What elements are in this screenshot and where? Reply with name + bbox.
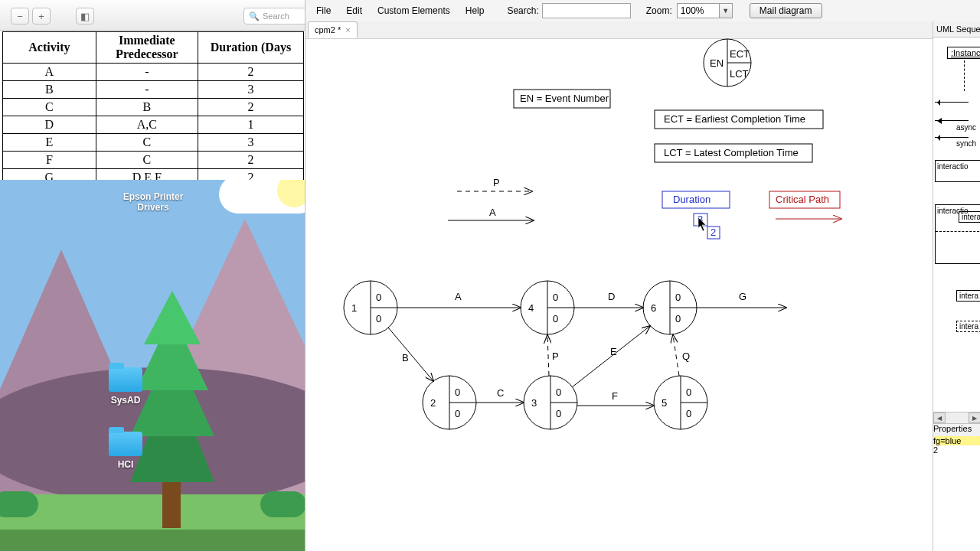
tab-cpm2[interactable]: cpm2 * × xyxy=(308,21,358,38)
zoom-combo[interactable]: ▼ xyxy=(677,3,733,18)
finder-search-input[interactable]: 🔍Search xyxy=(243,8,309,24)
palette-instance[interactable]: :Instanc xyxy=(947,47,980,59)
folder-icon xyxy=(109,367,142,392)
table-row: A-2 xyxy=(3,64,304,81)
folder-label: HCI xyxy=(109,459,142,470)
diagram-app: File Edit Custom Elements Help Search: Z… xyxy=(305,0,980,551)
event-node-3[interactable]: 300 xyxy=(524,376,577,429)
activity-table: Activity Immediate Predecessor Duration … xyxy=(2,31,304,187)
search-label: Search: xyxy=(507,5,538,16)
svg-text:0: 0 xyxy=(675,313,681,324)
palette-synch-arrow[interactable] xyxy=(935,137,969,138)
menu-file[interactable]: File xyxy=(309,2,338,19)
desktop-item-printer[interactable]: Epson PrinterDrivers xyxy=(84,191,222,213)
palette-async-arrow[interactable] xyxy=(935,120,969,121)
close-icon[interactable]: × xyxy=(345,25,350,34)
table-row: DA,C1 xyxy=(3,116,304,134)
mail-diagram-button[interactable]: Mail diagram xyxy=(750,3,822,18)
zoom-in-button[interactable]: + xyxy=(32,8,51,24)
arc-label-B: B xyxy=(402,352,409,364)
svg-text:Critical Path: Critical Path xyxy=(776,194,829,205)
zoom-out-button[interactable]: − xyxy=(11,8,29,24)
menu-help[interactable]: Help xyxy=(458,2,492,19)
svg-text:Duration: Duration xyxy=(673,194,710,205)
svg-text:0: 0 xyxy=(675,292,681,303)
folder-icon xyxy=(109,432,142,456)
svg-text:0: 0 xyxy=(376,313,381,324)
svg-text:0: 0 xyxy=(686,386,691,398)
svg-text:0: 0 xyxy=(686,408,691,419)
menubar: File Edit Custom Elements Help Search: Z… xyxy=(305,0,980,22)
event-node-4[interactable]: 400 xyxy=(521,281,574,334)
svg-text:1: 1 xyxy=(351,302,357,314)
svg-text:0: 0 xyxy=(455,408,460,419)
event-node-5[interactable]: 500 xyxy=(654,376,707,429)
properties-line-2: 2 xyxy=(933,445,938,455)
svg-text:EN: EN xyxy=(710,57,724,69)
arc-P[interactable] xyxy=(547,335,549,376)
tab-label: cpm2 * xyxy=(315,25,341,34)
svg-text:4: 4 xyxy=(528,302,534,314)
legend-activity-label: A xyxy=(489,207,496,218)
legend-en-box: EN = Event Number xyxy=(514,90,610,108)
duration-sample-selected[interactable]: 3 2 xyxy=(694,214,720,239)
diagram-canvas[interactable]: EN ECT LCT EN = Event Number ECT = Earli… xyxy=(305,38,933,551)
arc-label-F: F xyxy=(612,390,618,402)
scroll-left-icon[interactable]: ◀ xyxy=(933,412,946,423)
palette-inner-solid[interactable]: intera xyxy=(956,290,980,302)
svg-text:LCT: LCT xyxy=(730,68,749,80)
event-node-2[interactable]: 200 xyxy=(423,376,476,429)
properties-line-1: fg=blue xyxy=(933,436,980,445)
palette-header[interactable]: UML Seque xyxy=(933,21,980,37)
svg-text:0: 0 xyxy=(553,313,558,324)
legend-duration-box: Duration xyxy=(662,191,730,208)
svg-text:0: 0 xyxy=(553,292,558,303)
folder-label: SysAD xyxy=(109,395,142,406)
legend-ect-box: ECT = Earliest Completion Time xyxy=(655,110,823,129)
svg-text:0: 0 xyxy=(556,408,561,419)
arc-label-C: C xyxy=(497,387,504,399)
palette-scrollbar[interactable]: ◀ ▶ xyxy=(933,412,980,424)
arc-B[interactable] xyxy=(388,328,433,381)
svg-text:LCT = Latest Completion Time: LCT = Latest Completion Time xyxy=(664,147,799,158)
view-mode-button[interactable]: ◧ xyxy=(76,8,94,24)
finder-toolbar: − + ◧ 🔍Search xyxy=(0,0,305,31)
arc-label-D: D xyxy=(608,291,615,302)
arc-label-A: A xyxy=(455,291,462,302)
svg-text:2: 2 xyxy=(710,227,716,238)
table-header-duration: Duration (Days xyxy=(198,32,303,64)
desktop-wallpaper xyxy=(0,180,306,551)
table-header-predecessor: Immediate Predecessor xyxy=(96,32,198,64)
menu-edit[interactable]: Edit xyxy=(338,2,370,19)
palette-interaction-split[interactable]: interactio intera xyxy=(935,204,980,264)
desktop-folder-sysad[interactable]: SysAD xyxy=(109,367,142,395)
menu-custom-elements[interactable]: Custom Elements xyxy=(370,2,458,19)
svg-text:0: 0 xyxy=(455,386,460,398)
palette-interaction-frame[interactable]: interactio xyxy=(935,160,980,182)
properties-header: Properties xyxy=(933,423,980,437)
event-node-1[interactable]: 100 xyxy=(344,281,397,334)
svg-text:EN = Event Number: EN = Event Number xyxy=(520,93,609,104)
tabstrip: cpm2 * × xyxy=(305,21,980,39)
scroll-right-icon[interactable]: ▶ xyxy=(969,412,980,423)
svg-text:0: 0 xyxy=(376,292,381,303)
svg-text:5: 5 xyxy=(662,397,667,409)
properties-editor[interactable]: fg=blue 2 xyxy=(933,436,980,551)
event-node-6[interactable]: 600 xyxy=(643,281,697,334)
zoom-value[interactable] xyxy=(678,5,719,17)
arc-label-G: G xyxy=(739,291,746,302)
chevron-down-icon[interactable]: ▼ xyxy=(719,4,732,18)
palette-inner-dashed[interactable]: intera xyxy=(956,321,980,332)
table-row: B-3 xyxy=(3,81,304,99)
palette-return-arrow[interactable] xyxy=(935,102,969,103)
table-header-activity: Activity xyxy=(3,32,96,64)
svg-text:ECT = Earliest Completion Time: ECT = Earliest Completion Time xyxy=(664,113,805,125)
arc-label-E: E xyxy=(610,346,617,357)
desktop-folder-hci[interactable]: HCI xyxy=(109,432,142,459)
palette-panel: UML Seque :Instanc async synch interacti… xyxy=(933,21,980,551)
legend-lct-box: LCT = Latest Completion Time xyxy=(655,144,812,162)
svg-text:ECT: ECT xyxy=(730,48,750,60)
table-row: CB2 xyxy=(3,99,304,116)
arc-Q[interactable] xyxy=(673,335,679,376)
search-input[interactable] xyxy=(542,3,631,18)
